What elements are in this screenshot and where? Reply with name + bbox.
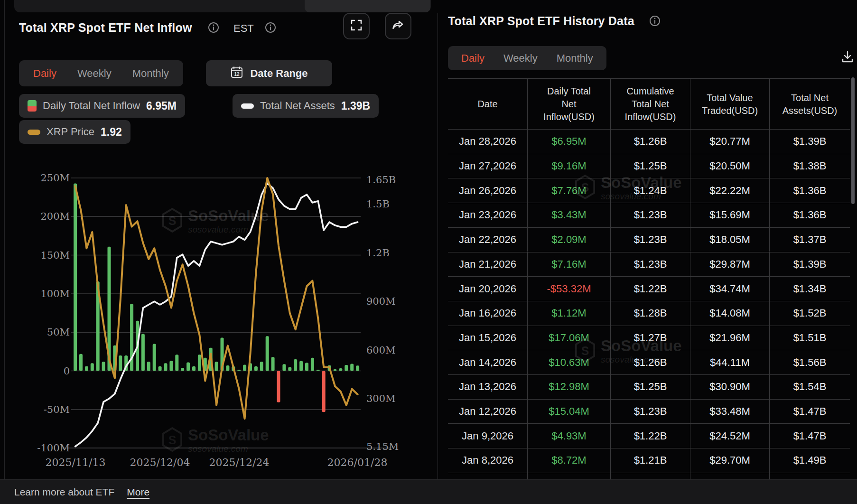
date-range-button[interactable]: 12 Date Range: [206, 60, 332, 86]
chart-title: Total XRP Spot ETF Net Inflow: [19, 21, 192, 35]
date-cell: Jan 9,2026: [448, 424, 528, 448]
daily-inflow-cell: $15.04M: [528, 400, 611, 424]
y-axis-right-tick: 900M: [366, 296, 396, 307]
y-axis-left-tick: 200M: [40, 211, 70, 222]
dashboard: Total XRP Spot ETF Net Inflow EST Daily …: [0, 0, 857, 504]
value-traded-cell: $44.11M: [690, 350, 770, 374]
y-axis-right-tick: 600M: [366, 345, 396, 356]
column-header[interactable]: Cumulative Total Net Inflow(USD): [611, 79, 690, 130]
inflow-bar: [260, 362, 263, 371]
y-axis-right-tick: 1.2B: [366, 247, 390, 259]
inflow-bar: [254, 366, 258, 371]
cumulative-inflow-cell: $1.23B: [611, 400, 690, 424]
column-header[interactable]: Date: [448, 79, 528, 130]
y-axis-left-tick: 50M: [47, 327, 70, 338]
share-button[interactable]: [385, 13, 411, 39]
legend-label: Total Net Assets: [260, 100, 335, 112]
inflow-bar: [186, 363, 190, 371]
value-traded-cell: $18.05M: [690, 228, 770, 252]
net-assets-cell: $1.36B: [770, 178, 850, 203]
date-cell: Jan 22,2026: [448, 228, 528, 252]
total-net-assets-line: [75, 183, 358, 447]
net-assets-cell: $1.49B: [770, 448, 850, 473]
inflow-bar: [147, 362, 150, 371]
legend-chip-daily-net-inflow[interactable]: Daily Total Net Inflow 6.95M: [19, 94, 185, 118]
table-scrollbar-thumb[interactable]: [851, 77, 855, 204]
table-tab-weekly[interactable]: Weekly: [503, 52, 538, 65]
table-header-row: DateDaily Total Net Inflow(USD)Cumulativ…: [448, 79, 850, 130]
y-axis-left-tick: 0: [64, 365, 70, 377]
x-axis-tick: 2025/12/24: [209, 457, 270, 468]
net-assets-cell: $1.51B: [770, 326, 850, 350]
inflow-bar: [175, 355, 178, 371]
info-icon[interactable]: [649, 15, 661, 27]
value-traded-cell: $29.70M: [690, 448, 770, 473]
column-header[interactable]: Total Net Assets(USD): [770, 79, 850, 130]
chart-tab-monthly[interactable]: Monthly: [132, 67, 169, 80]
inflow-bar: [119, 355, 122, 371]
cumulative-inflow-cell: $1.20B: [611, 473, 690, 479]
daily-inflow-cell: $6.95M: [528, 130, 611, 154]
value-traded-cell: $14.08M: [690, 301, 770, 326]
legend-chip-xrp-price[interactable]: XRP Price 1.92: [19, 120, 130, 144]
column-header[interactable]: Total Value Traded(USD): [690, 79, 770, 130]
table-tab-daily[interactable]: Daily: [461, 52, 484, 65]
x-axis-tick: 2025/11/13: [46, 457, 106, 468]
daily-inflow-cell: -$53.32M: [528, 277, 611, 301]
inflow-bar: [192, 366, 196, 371]
footer-more-link[interactable]: More: [127, 486, 149, 498]
date-cell: Jan 14,2026: [448, 350, 528, 374]
table-row: Jan 12,2026$15.04M$1.23B$33.48M$1.47B: [448, 400, 850, 424]
xrp-price-line: [75, 178, 358, 419]
legend-label: XRP Price: [47, 126, 94, 138]
chart-tab-daily[interactable]: Daily: [33, 67, 56, 80]
inflow-bar: [339, 368, 342, 371]
inflow-bar: [299, 361, 303, 371]
info-icon[interactable]: [265, 22, 276, 33]
cumulative-inflow-cell: $1.27B: [611, 326, 690, 350]
svg-text:12: 12: [234, 71, 240, 76]
history-data-table[interactable]: DateDaily Total Net Inflow(USD)Cumulativ…: [448, 78, 850, 479]
value-traded-cell: $15.69M: [690, 203, 770, 227]
x-axis-tick: 2026/01/28: [327, 457, 388, 468]
inflow-bar: [226, 365, 229, 371]
outflow-bar: [322, 371, 326, 412]
y-axis-left-tick: -50M: [44, 404, 70, 415]
value-traded-cell: $24.52M: [690, 424, 770, 448]
y-axis-right-tick: 5.15M: [366, 441, 399, 452]
net-inflow-chart[interactable]: 250M200M150M100M50M0-50M-100M1.65B1.5B1.…: [0, 142, 429, 479]
legend-value: 1.39B: [341, 100, 370, 112]
table-row: Jan 26,2026$7.76M$1.24B$22.22M$1.36B: [448, 178, 850, 203]
inflow-bar: [356, 365, 359, 371]
footer-text: Learn more about ETF: [14, 486, 114, 498]
legend-chip-total-net-assets[interactable]: Total Net Assets 1.39B: [233, 94, 379, 118]
chart-tab-weekly[interactable]: Weekly: [77, 67, 112, 80]
calendar-icon: 12: [230, 65, 243, 82]
chart-tab-group: Daily Weekly Monthly: [19, 60, 183, 86]
inflow-bar: [158, 366, 162, 371]
table-row: Jan 7,2026-$40.80M$1.20B$33.74M$1.53B: [448, 473, 850, 479]
inflow-bar: [74, 183, 77, 371]
column-header[interactable]: Daily Total Net Inflow(USD): [528, 79, 611, 130]
table-row: Jan 15,2026$17.06M$1.27B$21.96M$1.51B: [448, 326, 850, 350]
y-axis-left-tick: 250M: [40, 172, 70, 184]
cumulative-inflow-cell: $1.25B: [611, 154, 690, 178]
table-row: Jan 9,2026$4.93M$1.22B$24.52M$1.47B: [448, 424, 850, 448]
legend-label: Daily Total Net Inflow: [43, 100, 140, 112]
info-icon[interactable]: [208, 22, 219, 33]
daily-inflow-cell: $4.93M: [528, 424, 611, 448]
net-assets-cell: $1.39B: [770, 130, 850, 154]
inflow-bar: [243, 364, 246, 371]
cumulative-inflow-cell: $1.23B: [611, 203, 690, 227]
value-traded-cell: $34.74M: [690, 277, 770, 301]
table-tab-monthly[interactable]: Monthly: [557, 52, 593, 65]
daily-inflow-cell: $8.72M: [528, 448, 611, 473]
download-button[interactable]: [837, 47, 857, 68]
date-range-label: Date Range: [250, 67, 307, 80]
daily-inflow-cell: $3.43M: [528, 203, 611, 227]
top-cutoff-card: [14, 0, 431, 12]
fullscreen-button[interactable]: [343, 13, 370, 39]
value-traded-cell: $29.87M: [690, 252, 770, 277]
inflow-bar: [305, 363, 308, 371]
cumulative-inflow-cell: $1.23B: [611, 252, 690, 277]
